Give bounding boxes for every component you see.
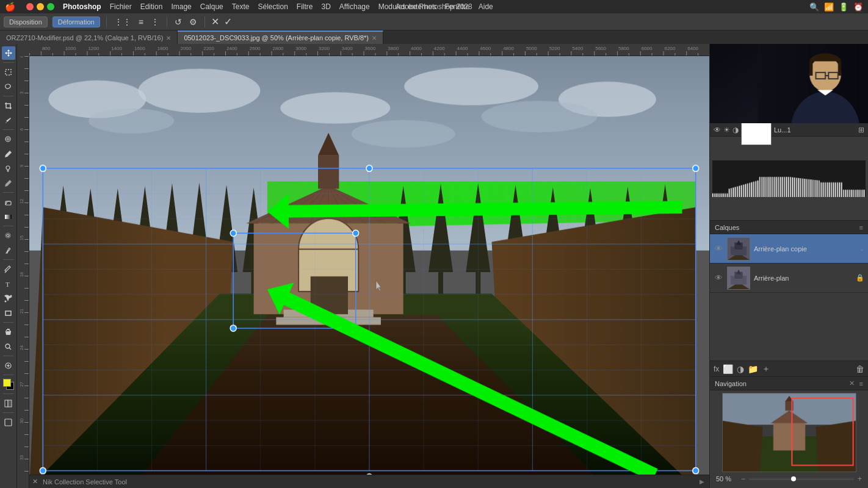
layers-list: 👁 Arrière-plan copie ⌄ 👁 Arrière-plan 🔒 <box>710 234 868 361</box>
status-cross: ✕ <box>32 478 38 486</box>
ruler-vertical <box>17 56 29 488</box>
nav-expand-button[interactable]: ≡ <box>859 380 863 387</box>
crop-tool[interactable] <box>2 99 15 112</box>
adjust-icon[interactable]: ⊞ <box>858 126 864 134</box>
photo-canvas[interactable] <box>29 56 709 488</box>
ruler-corner <box>17 44 29 56</box>
pen-tool[interactable] <box>2 262 15 276</box>
svg-point-4 <box>6 166 10 170</box>
color-swatches[interactable] <box>3 379 14 390</box>
layer-visibility-1[interactable]: 👁 <box>714 273 723 282</box>
deformation-button[interactable]: Déformation <box>52 16 100 27</box>
lasso-tool[interactable] <box>2 80 15 93</box>
properties-header: 👁 ☀ ◑ Lu...1 ⊞ <box>710 123 868 137</box>
fx-button[interactable]: fx <box>714 365 719 373</box>
layer-name-0: Arrière-plan copie <box>754 245 856 253</box>
eyedropper-tool[interactable] <box>2 113 15 127</box>
status-tool-label: Nik Collection Selective Tool <box>43 478 127 486</box>
warp-grid-icon[interactable]: ⋮⋮ <box>113 17 132 27</box>
layer-lock-icon: 🔒 <box>856 274 864 282</box>
layer-item-1[interactable]: 👁 Arrière-plan 🔒 <box>710 264 868 293</box>
blur-tool[interactable] <box>2 229 15 242</box>
zoom-tool[interactable] <box>2 340 15 353</box>
tool-sep-5 <box>3 226 14 226</box>
dodge-tool[interactable] <box>2 243 15 257</box>
menu-fichier[interactable]: Fichier <box>110 2 132 11</box>
menu-edition[interactable]: Edition <box>140 2 163 11</box>
screen-mode[interactable] <box>2 415 15 429</box>
options-icon[interactable]: ⚙ <box>188 17 198 27</box>
rectangular-marquee-tool[interactable] <box>2 65 15 79</box>
tab-orz-close[interactable]: ✕ <box>166 35 171 41</box>
quick-mask-tool[interactable] <box>2 396 15 410</box>
search-icon[interactable]: 🔍 <box>809 2 819 12</box>
tab-dsc-close[interactable]: ✕ <box>372 35 377 41</box>
new-layer-button[interactable]: ＋ <box>762 364 770 375</box>
tool-sep-4 <box>3 192 14 193</box>
nav-zoom-slider[interactable] <box>749 478 854 480</box>
window-title: Adobe Photoshop 2023 <box>396 2 472 11</box>
folder-button[interactable]: 📁 <box>748 364 758 374</box>
confirm-icon[interactable]: ✓ <box>224 16 232 27</box>
healing-brush-tool[interactable] <box>2 132 15 146</box>
contrast-icon[interactable]: ◑ <box>732 126 739 134</box>
sun-icon[interactable]: ☀ <box>723 126 730 134</box>
tool-sep-7 <box>3 322 14 323</box>
menu-selection[interactable]: Sélection <box>258 2 288 11</box>
menu-affichage[interactable]: Affichage <box>339 2 370 11</box>
type-tool[interactable]: T <box>2 277 15 290</box>
warp-cols-icon[interactable]: ≡ <box>137 17 145 27</box>
clone-stamp-tool[interactable] <box>2 162 15 175</box>
tab-orz[interactable]: ORZ2710-Modifier.psd @ 22,1% (Calque 1, … <box>0 30 178 44</box>
layers-menu-icon[interactable]: ≡ <box>859 224 863 231</box>
delete-layer-button[interactable]: 🗑 <box>856 364 864 374</box>
tool-sep-9 <box>3 375 14 375</box>
apple-menu[interactable]: 🍎 <box>5 2 15 12</box>
reset-icon[interactable]: ↺ <box>173 17 183 27</box>
cancel-icon[interactable]: ✕ <box>211 16 219 27</box>
maximize-button[interactable] <box>47 3 54 10</box>
rectangle-tool[interactable] <box>2 306 15 320</box>
minimize-button[interactable] <box>37 3 44 10</box>
menu-filtre[interactable]: Filtre <box>297 2 313 11</box>
adjustment-button[interactable]: ◑ <box>737 364 744 374</box>
histogram <box>712 160 866 197</box>
tabs-bar: ORZ2710-Modifier.psd @ 22,1% (Calque 1, … <box>0 30 868 44</box>
nav-content: 50 % − + <box>710 390 868 488</box>
menu-calque[interactable]: Calque <box>200 2 223 11</box>
layer-item-0[interactable]: 👁 Arrière-plan copie ⌄ <box>710 234 868 264</box>
separator-2 <box>167 16 167 27</box>
close-button[interactable] <box>26 3 34 10</box>
layer-visibility-0[interactable]: 👁 <box>714 244 723 253</box>
canvas-content[interactable] <box>29 56 709 488</box>
hand-tool[interactable] <box>2 325 15 339</box>
tab-dsc[interactable]: 05012023-_DSC9033.jpg @ 50% (Arrière-pla… <box>178 30 383 44</box>
eye-icon[interactable]: 👁 <box>714 126 721 134</box>
status-arrow-btn[interactable]: ▶ <box>700 478 704 485</box>
nav-close-button[interactable]: ✕ <box>849 379 855 387</box>
menu-photoshop[interactable]: Photoshop <box>63 2 101 11</box>
extra-tools[interactable] <box>2 359 15 372</box>
zoom-thumb[interactable] <box>791 476 796 481</box>
brush-tool[interactable] <box>2 147 15 160</box>
gradient-tool[interactable] <box>2 210 15 223</box>
warp-rows-icon[interactable]: ⋮ <box>150 17 161 27</box>
zoom-out-icon[interactable]: − <box>741 475 745 483</box>
add-mask-button[interactable]: ⬜ <box>723 364 733 374</box>
move-tool[interactable] <box>2 46 15 60</box>
foreground-color[interactable] <box>3 379 11 387</box>
menu-aide[interactable]: Aide <box>479 2 493 11</box>
history-brush-tool[interactable] <box>2 176 15 190</box>
path-selection-tool[interactable] <box>2 292 15 305</box>
eraser-tool[interactable] <box>2 195 15 209</box>
disposition-button[interactable]: Disposition <box>4 16 48 27</box>
svg-rect-21 <box>5 419 12 426</box>
menu-image[interactable]: Image <box>171 2 191 11</box>
layer-expand-0[interactable]: ⌄ <box>859 245 864 252</box>
menu-texte[interactable]: Texte <box>232 2 250 11</box>
layers-title: Calques <box>715 224 857 231</box>
zoom-in-icon[interactable]: + <box>858 475 862 483</box>
menu-3d[interactable]: 3D <box>322 2 331 11</box>
layers-bottom-bar: fx ⬜ ◑ 📁 ＋ 🗑 <box>710 361 868 376</box>
nav-title: Navigation <box>715 380 849 387</box>
